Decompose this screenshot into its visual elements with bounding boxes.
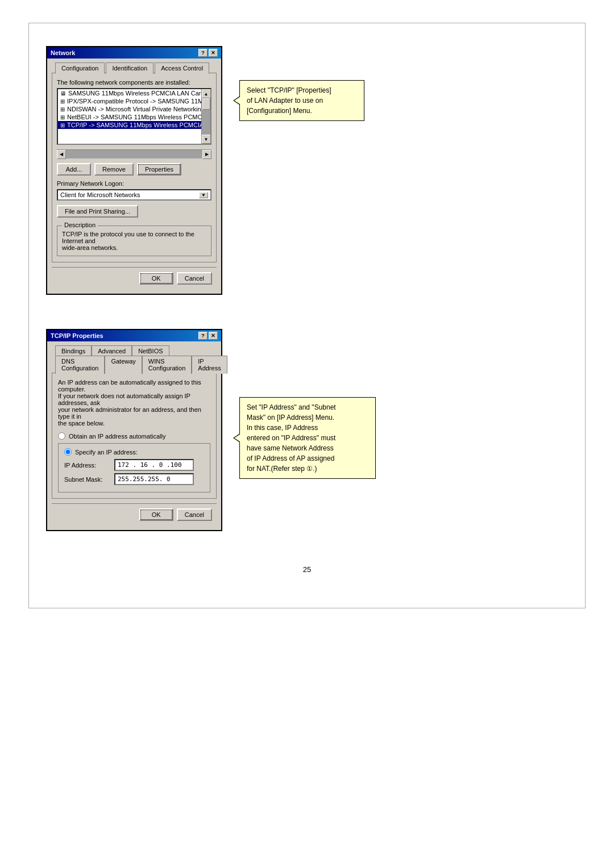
- network-callout: Select "TCP/IP" [Properties] of LAN Adap…: [239, 80, 364, 121]
- tab-identification[interactable]: Identification: [106, 62, 154, 74]
- list-label: The following network components are ins…: [57, 79, 211, 86]
- properties-button[interactable]: Properties: [137, 163, 181, 176]
- network-dialog: Network ? ✕ Configuration Identification…: [46, 46, 222, 295]
- description-text: TCP/IP is the protocol you use to connec…: [62, 231, 206, 251]
- section-network: Network ? ✕ Configuration Identification…: [46, 46, 568, 312]
- horiz-scroll-track: [66, 150, 202, 158]
- horiz-scroll-right[interactable]: ▶: [202, 150, 211, 159]
- list-item-0[interactable]: 🖥 SAMSUNG 11Mbps Wireless PCMCIA LAN Car…: [58, 89, 201, 97]
- page-number: 25: [46, 565, 568, 574]
- titlebar-buttons: ? ✕: [198, 49, 218, 57]
- scroll-down[interactable]: ▼: [202, 135, 211, 144]
- tab-wins[interactable]: WINS Configuration: [142, 356, 192, 374]
- description-legend: Description: [62, 222, 98, 228]
- tab-configuration[interactable]: Configuration: [55, 62, 105, 74]
- tab-gateway[interactable]: Gateway: [105, 356, 142, 374]
- radio-auto-label: Obtain an IP address automatically: [69, 433, 165, 440]
- network-listbox[interactable]: 🖥 SAMSUNG 11Mbps Wireless PCMCIA LAN Car…: [57, 88, 211, 145]
- network-tabs-row: Configuration Identification Access Cont…: [52, 62, 217, 73]
- file-print-sharing-button[interactable]: File and Print Sharing...: [57, 205, 138, 218]
- add-button[interactable]: Add...: [57, 163, 91, 176]
- tcpip-tabs-row1: Bindings Advanced NetBIOS: [52, 345, 217, 356]
- network-callout-wrapper: Select "TCP/IP" [Properties] of LAN Adap…: [234, 46, 568, 121]
- close-button[interactable]: ✕: [209, 49, 218, 57]
- tcpip-description: An IP address can be automatically assig…: [58, 379, 210, 427]
- tcpip-callout: Set "IP Address" and "Subnet Mask" on [I…: [239, 397, 376, 479]
- network-btn-row: Add... Remove Properties: [57, 163, 211, 176]
- list-scrollbar[interactable]: ▲ ▼: [201, 89, 210, 144]
- tcpip-tab-content: An IP address can be automatically assig…: [52, 373, 217, 499]
- tcpip-callout-wrapper: Set "IP Address" and "Subnet Mask" on [I…: [234, 329, 568, 479]
- tcpip-titlebar-buttons: ? ✕: [198, 332, 218, 340]
- radio-specify-row: Specify an IP address:: [64, 448, 204, 456]
- primary-logon-label: Primary Network Logon:: [57, 180, 211, 187]
- tcpip-cancel-button[interactable]: Cancel: [177, 508, 212, 521]
- section-tcpip: TCP/IP Properties ? ✕ Bindings Advanced …: [46, 329, 568, 548]
- tcpip-ok-button[interactable]: OK: [139, 508, 173, 521]
- tcpip-dialog-body: Bindings Advanced NetBIOS DNS Configurat…: [47, 341, 221, 530]
- list-item-3[interactable]: ⊞ NetBEUI -> SAMSUNG 11Mbps Wireless PCM…: [58, 113, 201, 121]
- tcpip-dialog-wrapper: TCP/IP Properties ? ✕ Bindings Advanced …: [46, 329, 222, 548]
- ip-subgroup: Specify an IP address: IP Address: Subne…: [58, 443, 210, 493]
- network-tab-content: The following network components are ins…: [52, 73, 217, 262]
- protocol-icon-3: ⊞: [60, 114, 65, 120]
- radio-auto-row: Obtain an IP address automatically: [58, 432, 210, 440]
- description-group: Description TCP/IP is the protocol you u…: [57, 226, 211, 256]
- network-dialog-title: Network: [51, 49, 75, 56]
- ip-address-label: IP Address:: [64, 462, 110, 469]
- tcpip-ok-cancel: OK Cancel: [52, 503, 217, 525]
- subnet-mask-row: Subnet Mask:: [64, 473, 204, 485]
- ip-address-row: IP Address:: [64, 459, 204, 471]
- network-dialog-body: Configuration Identification Access Cont…: [47, 59, 221, 294]
- network-ok-cancel: OK Cancel: [52, 267, 217, 289]
- tab-advanced[interactable]: Advanced: [92, 345, 132, 356]
- network-dialog-wrapper: Network ? ✕ Configuration Identification…: [46, 46, 222, 312]
- radio-specify[interactable]: [64, 448, 72, 456]
- horiz-scroll-left[interactable]: ◀: [57, 150, 66, 159]
- remove-button[interactable]: Remove: [94, 163, 134, 176]
- tcpip-close-button[interactable]: ✕: [209, 332, 218, 340]
- tcpip-help-button[interactable]: ?: [198, 332, 208, 340]
- network-cancel-button[interactable]: Cancel: [177, 272, 212, 285]
- tab-bindings[interactable]: Bindings: [55, 345, 92, 356]
- tcpip-dialog-titlebar: TCP/IP Properties ? ✕: [47, 330, 221, 341]
- select-arrow-icon[interactable]: ▼: [199, 192, 208, 198]
- help-button[interactable]: ?: [198, 49, 208, 57]
- protocol-icon-1: ⊞: [60, 98, 65, 105]
- scroll-track: [202, 98, 210, 135]
- list-item-2[interactable]: ⊞ NDISWAN -> Microsoft Virtual Private N…: [58, 105, 201, 113]
- radio-specify-label: Specify an IP address:: [75, 449, 138, 456]
- protocol-icon-2: ⊞: [60, 106, 65, 112]
- primary-logon-select[interactable]: Client for Microsoft Networks ▼: [57, 189, 211, 201]
- scroll-thumb[interactable]: [202, 98, 210, 110]
- ip-address-input[interactable]: [114, 459, 194, 471]
- tab-netbios[interactable]: NetBIOS: [132, 345, 169, 356]
- page-container: Network ? ✕ Configuration Identification…: [28, 23, 586, 608]
- tcpip-callout-text: Set "IP Address" and "Subnet Mask" on [I…: [247, 403, 336, 473]
- tcpip-dialog: TCP/IP Properties ? ✕ Bindings Advanced …: [46, 329, 222, 531]
- tab-dns[interactable]: DNS Configuration: [55, 356, 105, 374]
- network-callout-text: Select "TCP/IP" [Properties] of LAN Adap…: [247, 86, 331, 115]
- protocol-icon-4: ⊞: [60, 122, 65, 128]
- list-item-1[interactable]: ⊞ IPX/SPX-compatible Protocol -> SAMSUNG…: [58, 97, 201, 105]
- network-dialog-titlebar: Network ? ✕: [47, 47, 221, 59]
- subnet-mask-input[interactable]: [114, 473, 194, 485]
- network-ok-button[interactable]: OK: [139, 272, 173, 285]
- network-icon-0: 🖥: [60, 90, 66, 97]
- horiz-scrollbar[interactable]: ◀ ▶: [57, 149, 211, 158]
- subnet-mask-label: Subnet Mask:: [64, 476, 110, 483]
- radio-auto[interactable]: [58, 432, 65, 440]
- tcpip-tabs-row2: DNS Configuration Gateway WINS Configura…: [52, 355, 217, 373]
- tcpip-dialog-title: TCP/IP Properties: [51, 332, 103, 339]
- list-item-4[interactable]: ⊞ TCP/IP -> SAMSUNG 11Mbps Wireless PCMC…: [58, 121, 201, 129]
- scroll-up[interactable]: ▲: [202, 89, 211, 98]
- tab-access-control[interactable]: Access Control: [155, 62, 209, 74]
- tab-ip-address[interactable]: IP Address: [192, 356, 227, 374]
